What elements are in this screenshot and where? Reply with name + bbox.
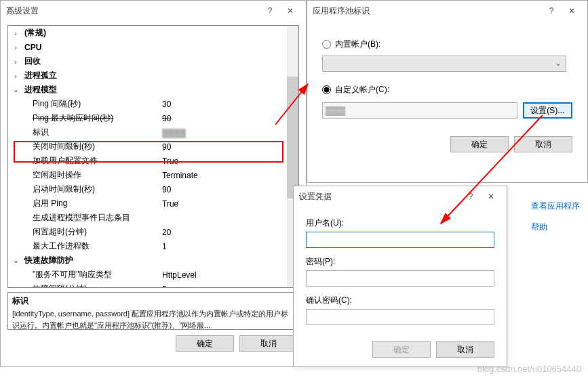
close-icon[interactable]: ✕ <box>562 3 582 19</box>
row-value[interactable]: True <box>162 156 178 166</box>
chevron-down-icon: ⌄ <box>555 58 562 68</box>
row-label: 最大工作进程数 <box>20 240 90 252</box>
desc-title: 标识 <box>12 295 294 307</box>
cancel-button[interactable]: 取消 <box>239 335 298 352</box>
cancel-button[interactable]: 取消 <box>436 341 494 358</box>
row-label: 启动时间限制(秒) <box>20 184 95 195</box>
grid-row[interactable]: 闲置超时(分钟)20 <box>8 225 298 239</box>
grid-category[interactable]: ⌄快速故障防护 <box>8 253 298 268</box>
expand-icon[interactable]: › <box>11 58 20 66</box>
grid-row[interactable]: "服务不可用"响应类型HttpLevel <box>8 268 298 282</box>
row-label: 空闲超时操作 <box>20 169 81 181</box>
custom-label: 自定义帐户(C): <box>335 84 389 96</box>
view-apps-link[interactable]: 查看应用程序 <box>531 201 580 212</box>
row-label: 闲置超时(分钟) <box>20 226 87 238</box>
expand-icon[interactable]: › <box>11 72 20 80</box>
ok-button[interactable]: 确定 <box>176 335 234 352</box>
ok-button[interactable]: 确定 <box>372 341 431 358</box>
password-label: 密码(P): <box>306 256 494 268</box>
grid-category[interactable]: ⌄进程模型 <box>8 83 298 97</box>
grid-row[interactable]: 关闭时间限制(秒)90 <box>8 140 298 154</box>
row-label: 启用 Ping <box>20 198 67 209</box>
grid-label: CPU <box>20 43 41 52</box>
builtin-combo[interactable]: ⌄ <box>322 56 566 72</box>
row-value[interactable]: ▓▓▓▓ <box>162 128 186 138</box>
row-value[interactable]: 90 <box>162 185 171 194</box>
grid-label: (常规) <box>20 27 46 39</box>
grid-label: 回收 <box>20 56 41 67</box>
row-label: "服务不可用"响应类型 <box>20 269 112 280</box>
row-value[interactable]: 90 <box>162 142 171 152</box>
row-value[interactable]: 90 <box>162 114 171 123</box>
row-label: 加载用户配置文件 <box>20 155 98 167</box>
grid-label: 快速故障防护 <box>20 255 73 266</box>
desc-body: [identityType, username, password] 配置应用程… <box>12 308 294 331</box>
help-link[interactable]: 帮助 <box>531 222 580 233</box>
grid-row[interactable]: 启用 PingTrue <box>8 196 298 211</box>
help-icon[interactable]: ? <box>541 3 562 19</box>
row-value[interactable]: HttpLevel <box>162 270 197 280</box>
grid-row[interactable]: Ping 最大响应时间(秒)90 <box>8 111 298 125</box>
builtin-radio[interactable] <box>322 40 331 49</box>
expand-icon[interactable]: › <box>11 43 20 51</box>
credentials-title: 设置凭据 <box>299 191 460 203</box>
row-label: 标识 <box>20 127 49 138</box>
help-icon[interactable]: ? <box>460 188 481 205</box>
set-button[interactable]: 设置(S)... <box>523 102 572 119</box>
username-label: 用户名(U): <box>306 217 494 229</box>
row-label: 故障间隔(分钟) <box>20 283 87 288</box>
confirm-input[interactable] <box>306 309 494 325</box>
custom-radio[interactable] <box>322 85 331 94</box>
row-label: Ping 最大响应时间(秒) <box>20 112 113 124</box>
grid-category[interactable]: ›进程孤立 <box>8 68 298 83</box>
row-value[interactable]: 1 <box>162 242 167 251</box>
row-value[interactable]: 30 <box>162 100 171 109</box>
confirm-label: 确认密码(C): <box>306 295 494 306</box>
close-icon[interactable]: ✕ <box>280 3 300 19</box>
expand-icon[interactable]: ⌄ <box>11 85 20 94</box>
grid-label: 进程模型 <box>20 84 57 96</box>
row-value[interactable]: Terminate <box>162 171 198 180</box>
grid-row[interactable]: 生成进程模型事件日志条目 <box>8 211 298 225</box>
grid-row[interactable]: 最大工作进程数1 <box>8 239 298 253</box>
close-icon[interactable]: ✕ <box>481 188 501 205</box>
description-panel: 标识 [identityType, username, password] 配置… <box>7 292 299 330</box>
identity-dialog-title: 应用程序池标识 <box>313 5 541 17</box>
grid-row[interactable]: 启动时间限制(秒)90 <box>8 182 298 196</box>
row-value[interactable]: True <box>162 199 178 209</box>
grid-row[interactable]: 空闲超时操作Terminate <box>8 168 298 182</box>
scrollbar-thumb[interactable] <box>287 77 298 198</box>
username-input[interactable] <box>306 232 494 248</box>
grid-category[interactable]: ›CPU <box>8 40 298 54</box>
row-value[interactable]: 5 <box>162 285 167 289</box>
property-grid: ›(常规)›CPU›回收›进程孤立⌄进程模型Ping 间隔(秒)30Ping 最… <box>7 25 299 288</box>
grid-row[interactable]: Ping 间隔(秒)30 <box>8 97 298 111</box>
grid-row[interactable]: 标识▓▓▓▓ <box>8 125 298 140</box>
custom-account-input[interactable] <box>322 102 517 119</box>
expand-icon[interactable]: ⌄ <box>11 256 20 265</box>
builtin-label: 内置帐户(B): <box>335 39 380 50</box>
watermark: blog.csdn.net/u010654440 <box>477 364 581 374</box>
grid-row[interactable]: 故障间隔(分钟)5 <box>8 282 298 288</box>
grid-row[interactable]: 加载用户配置文件True <box>8 154 298 168</box>
grid-label: 进程孤立 <box>20 70 57 81</box>
row-value[interactable]: 20 <box>162 228 171 237</box>
help-icon[interactable]: ? <box>260 3 280 19</box>
grid-category[interactable]: ›(常规) <box>8 26 298 40</box>
row-label: 关闭时间限制(秒) <box>20 141 95 152</box>
grid-category[interactable]: ›回收 <box>8 54 298 68</box>
ok-button[interactable]: 确定 <box>450 136 509 152</box>
expand-icon[interactable]: › <box>11 29 20 37</box>
row-label: 生成进程模型事件日志条目 <box>20 212 130 224</box>
left-dialog-title: 高级设置 <box>6 5 260 17</box>
row-label: Ping 间隔(秒) <box>20 98 81 110</box>
password-input[interactable] <box>306 270 494 287</box>
cancel-button[interactable]: 取消 <box>514 136 572 152</box>
